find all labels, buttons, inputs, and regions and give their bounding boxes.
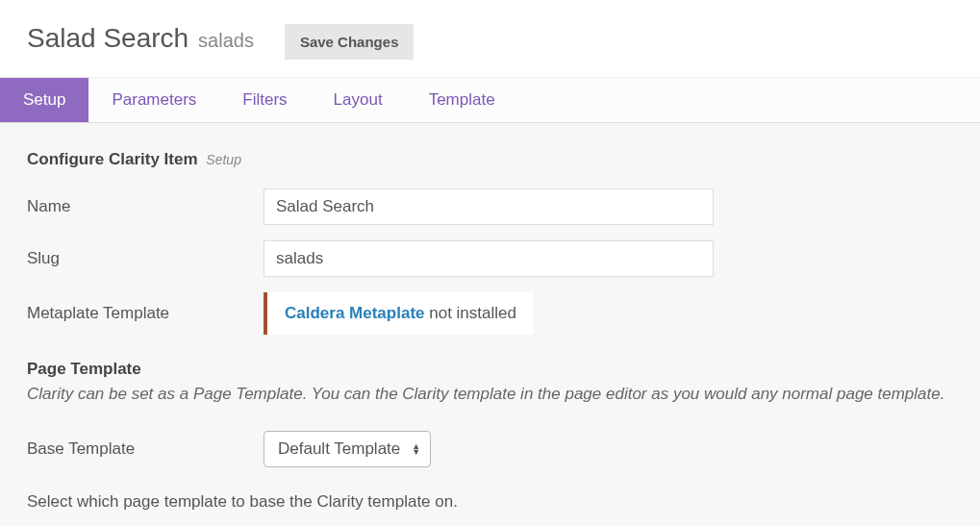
tab-parameters[interactable]: Parameters <box>88 78 219 122</box>
row-base-template: Base Template Default Template ▲▼ <box>27 431 953 467</box>
section-heading-sub: Setup <box>206 152 241 167</box>
page-title: Salad Search <box>27 23 188 54</box>
metaplate-link[interactable]: Caldera Metaplate <box>285 304 425 322</box>
name-label: Name <box>27 197 264 216</box>
tab-bar: Setup Parameters Filters Layout Template <box>0 77 980 123</box>
tab-layout[interactable]: Layout <box>311 78 406 122</box>
page-template-heading: Page Template <box>27 360 953 379</box>
name-input[interactable] <box>264 188 714 225</box>
metaplate-suffix: not installed <box>425 304 516 322</box>
row-name: Name <box>27 188 953 225</box>
tab-filters[interactable]: Filters <box>219 78 310 122</box>
page-template-desc: Clarity can be set as a Page Template. Y… <box>27 385 953 404</box>
save-button[interactable]: Save Changes <box>285 24 415 60</box>
section-heading: Configure Clarity Item Setup <box>27 150 953 169</box>
base-template-help: Select which page template to base the C… <box>27 492 953 512</box>
page-header: Salad Search salads Save Changes <box>0 0 980 77</box>
base-template-select[interactable]: Default Template ▲▼ <box>264 431 431 467</box>
metaplate-label: Metaplate Template <box>27 304 264 323</box>
page-slug: salads <box>198 30 254 52</box>
section-heading-text: Configure Clarity Item <box>27 150 198 168</box>
chevron-updown-icon: ▲▼ <box>412 443 420 455</box>
row-slug: Slug <box>27 240 953 277</box>
base-template-selected: Default Template <box>278 439 400 459</box>
slug-input[interactable] <box>264 240 714 277</box>
slug-label: Slug <box>27 249 264 268</box>
content-area: Configure Clarity Item Setup Name Slug M… <box>0 123 980 526</box>
tab-template[interactable]: Template <box>406 78 518 122</box>
tab-setup[interactable]: Setup <box>0 78 88 122</box>
row-metaplate: Metaplate Template Caldera Metaplate not… <box>27 292 953 335</box>
base-template-label: Base Template <box>27 439 264 459</box>
metaplate-notice: Caldera Metaplate not installed <box>264 292 534 335</box>
